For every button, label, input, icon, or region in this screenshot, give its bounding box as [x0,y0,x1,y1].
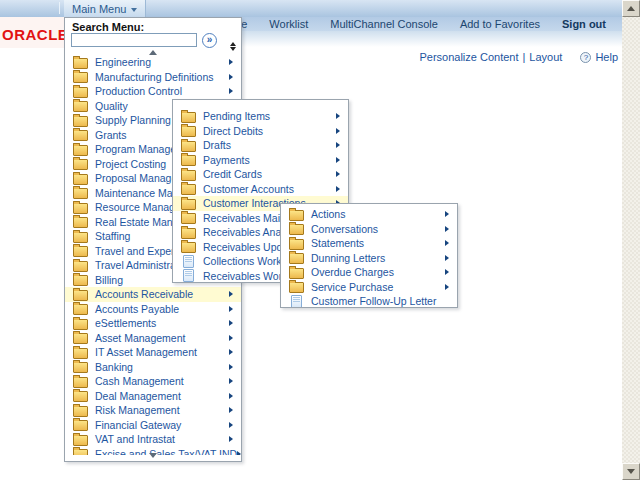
menu-item-vat-and-intrastat[interactable]: VAT and Intrastat [65,432,241,447]
logo-area: ORACLE [0,17,64,48]
folder-icon [73,435,88,446]
scrollbar-down-button[interactable] [622,463,640,480]
scroll-up-icon [627,6,635,11]
menu-item-engineering[interactable]: Engineering [65,55,241,70]
submenu-arrow-icon [336,142,340,148]
add-to-favorites-link[interactable]: Add to Favorites [460,18,540,30]
menu-item-label: VAT and Intrastat [95,433,175,445]
folder-icon [73,391,88,402]
menu-item-accounts-receivable[interactable]: Accounts Receivable [65,287,241,302]
submenu-arrow-icon [445,211,449,217]
folder-icon [181,228,196,239]
page-utility-row: Personalize Content | Layout ? Help [280,51,618,63]
menu-item-risk-management[interactable]: Risk Management [65,403,241,418]
folder-icon [181,213,196,224]
submenu-arrow-icon [229,422,233,428]
menu-item-overdue-charges[interactable]: Overdue Charges [281,265,457,280]
search-go-button[interactable]: » [202,33,217,48]
menu-item-statements[interactable]: Statements [281,236,457,251]
search-menu-label: Search Menu: [72,21,144,33]
menu-item-pending-items[interactable]: Pending Items [173,109,348,124]
personalize-content-link[interactable]: Personalize Content [419,51,518,63]
submenu-arrow-icon [445,226,449,232]
menu-item-direct-debits[interactable]: Direct Debits [173,124,348,139]
submenu-arrow-icon [336,186,340,192]
menu-item-deal-management[interactable]: Deal Management [65,389,241,404]
menu-item-asset-management[interactable]: Asset Management [65,331,241,346]
menu-item-label: Overdue Charges [311,266,394,278]
menu-item-service-purchase[interactable]: Service Purchase [281,280,457,295]
submenu-arrow-icon [229,291,233,297]
folder-icon [289,282,304,293]
submenu-arrow-icon [229,74,233,80]
menu-item-drafts[interactable]: Drafts [173,138,348,153]
submenu-arrow-icon [229,306,233,312]
menu-item-credit-cards[interactable]: Credit Cards [173,167,348,182]
vertical-scrollbar[interactable] [622,0,640,480]
menu-item-label: Drafts [203,139,231,151]
submenu-arrow-icon [445,284,449,290]
menu-item-label: Credit Cards [203,168,262,180]
search-menu-input[interactable] [71,33,197,47]
help-label: Help [595,51,618,63]
multichannel-console-link[interactable]: MultiChannel Console [330,18,438,30]
main-menu-button[interactable]: Main Menu [64,0,146,17]
menu-item-manufacturing-definitions[interactable]: Manufacturing Definitions [65,70,241,85]
layout-link[interactable]: Layout [529,51,562,63]
folder-icon [289,253,304,264]
menu-item-label: Grants [95,129,127,141]
folder-icon [73,188,88,199]
menu-item-dunning-letters[interactable]: Dunning Letters [281,251,457,266]
folder-icon [73,101,88,112]
folder-icon [73,232,88,243]
folder-icon [73,72,88,83]
menu-item-label: Staffing [95,230,130,242]
folder-icon [73,333,88,344]
menu-item-customer-accounts[interactable]: Customer Accounts [173,182,348,197]
scrollbar-up-button[interactable] [622,0,640,17]
folder-icon [181,170,196,181]
help-link[interactable]: ? Help [580,51,618,63]
menu-item-production-control[interactable]: Production Control [65,84,241,99]
menu-scroll-down-control[interactable] [65,452,241,459]
folder-icon [73,290,88,301]
menu-item-cash-management[interactable]: Cash Management [65,374,241,389]
folder-icon [181,141,196,152]
submenu-arrow-icon [229,349,233,355]
folder-icon [73,217,88,228]
submenu-arrow-icon [229,407,233,413]
folder-icon [289,268,304,279]
submenu-arrow-icon [229,393,233,399]
sign-out-link[interactable]: Sign out [562,18,606,30]
document-icon [183,269,194,282]
menu-item-it-asset-management[interactable]: IT Asset Management [65,345,241,360]
menu-item-label: Customer Accounts [203,183,294,195]
folder-icon [73,319,88,330]
menu-item-financial-gateway[interactable]: Financial Gateway [65,418,241,433]
menu-item-esettlements[interactable]: eSettlements [65,316,241,331]
submenu-arrow-icon [336,157,340,163]
menu-item-actions[interactable]: Actions [281,207,457,222]
menu-item-accounts-payable[interactable]: Accounts Payable [65,302,241,317]
menu-item-customer-follow-up-letter[interactable]: Customer Follow-Up Letter [281,294,457,307]
menu-item-payments[interactable]: Payments [173,153,348,168]
submenu-arrow-icon [229,436,233,442]
submenu-arrow-icon [229,378,233,384]
folder-icon [73,377,88,388]
folder-icon [181,242,196,253]
folder-icon [73,420,88,431]
worklist-link[interactable]: Worklist [269,18,308,30]
folder-icon [73,58,88,69]
customer-interactions-submenu: ActionsConversationsStatementsDunning Le… [280,203,458,308]
folder-icon [73,203,88,214]
submenu-arrow-icon [336,113,340,119]
menu-item-banking[interactable]: Banking [65,360,241,375]
menu-item-conversations[interactable]: Conversations [281,222,457,237]
folder-icon [73,116,88,127]
folder-icon [289,224,304,235]
folder-icon [289,239,304,250]
menu-item-label: Conversations [311,223,378,235]
document-icon [183,255,194,268]
submenu-arrow-icon [229,364,233,370]
main-menu-label: Main Menu [72,3,126,15]
